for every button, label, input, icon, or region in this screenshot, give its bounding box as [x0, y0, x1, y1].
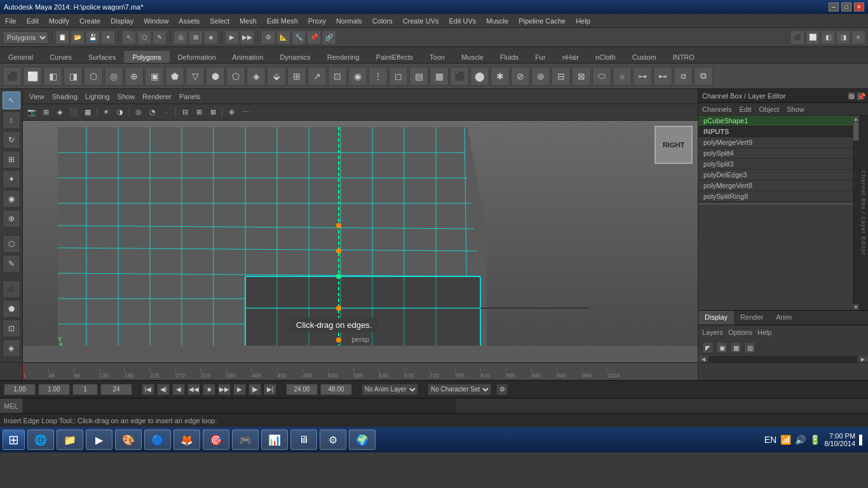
shelf-icon-29[interactable]: ⊠: [572, 67, 591, 86]
shelf-icon-13[interactable]: ◈: [247, 67, 266, 86]
layer-icon-4[interactable]: ▥: [744, 342, 756, 353]
tb-right4-icon[interactable]: ◨: [836, 30, 850, 44]
shelf-icon-28[interactable]: ⊟: [552, 67, 571, 86]
tab-polygons[interactable]: Polygons: [124, 51, 169, 63]
right-scroll-right[interactable]: ▶: [858, 356, 868, 362]
snap-grid[interactable]: ⬛: [3, 280, 20, 298]
input-polysplitring8[interactable]: polySplitRing8: [698, 191, 853, 202]
layer-icon-3[interactable]: ▦: [730, 342, 742, 353]
snap-point[interactable]: ⊡: [3, 320, 20, 337]
playhead[interactable]: [23, 363, 24, 380]
cb-settings-icon[interactable]: ⚙: [848, 92, 855, 100]
rotate-tool[interactable]: ↻: [3, 131, 20, 149]
vi-iso-icon[interactable]: ⋯: [239, 106, 252, 119]
universal-manip[interactable]: ✦: [3, 170, 20, 188]
network-icon[interactable]: 📶: [780, 435, 791, 445]
prev-key-button[interactable]: ◀|: [157, 384, 170, 395]
go-to-end-button[interactable]: ▶|: [264, 384, 276, 395]
battery-icon[interactable]: 🔋: [810, 435, 820, 445]
shelf-icon-20[interactable]: ◻: [389, 67, 408, 86]
vi-smooth-icon[interactable]: ◎: [132, 106, 145, 119]
cb-scrollbar[interactable]: ▼ ▲: [853, 116, 859, 310]
menu-file[interactable]: File: [0, 16, 22, 26]
shelf-icon-27[interactable]: ⊛: [531, 67, 550, 86]
cb-menu-show[interactable]: Show: [783, 104, 808, 114]
cb-menu-channels[interactable]: Channels: [698, 104, 735, 114]
vi-camera-icon[interactable]: 📷: [25, 106, 38, 119]
menu-window[interactable]: Window: [139, 16, 173, 26]
taskbar-app8[interactable]: 📊: [261, 430, 288, 450]
shelf-icon-2[interactable]: ⬜: [23, 67, 42, 86]
tb-select-icon[interactable]: ↖: [122, 30, 136, 44]
tb-snap2-icon[interactable]: ⊞: [189, 30, 203, 44]
rb-tab-render[interactable]: Render: [734, 311, 770, 325]
shelf-icon-7[interactable]: ⊕: [125, 67, 144, 86]
panels-menu[interactable]: Panels: [177, 92, 203, 102]
taskbar-paint[interactable]: 🎨: [115, 430, 142, 450]
menu-normals[interactable]: Normals: [331, 16, 367, 26]
tb-icon-4[interactable]: ✦: [101, 30, 115, 44]
tab-general[interactable]: General: [0, 51, 41, 63]
menu-create-uvs[interactable]: Create UVs: [398, 16, 444, 26]
lighting-menu[interactable]: Lighting: [83, 92, 112, 102]
layer-icon-1[interactable]: ◤: [702, 342, 714, 353]
minimize-button[interactable]: ─: [829, 3, 839, 11]
taskbar-app6[interactable]: 🎯: [203, 430, 229, 450]
shelf-icon-31[interactable]: ⟐: [613, 67, 632, 86]
shelf-icon-23[interactable]: ⬛: [450, 67, 469, 86]
lasso-select[interactable]: ⬡: [3, 235, 20, 253]
play-backward-button[interactable]: ◀◀: [187, 384, 200, 395]
tb-icon-1[interactable]: 📋: [55, 30, 69, 44]
tb-misc5-icon[interactable]: 🔗: [322, 30, 336, 44]
vi-resolution-icon[interactable]: ⊟: [179, 106, 191, 119]
maximize-button[interactable]: □: [841, 3, 851, 11]
menu-edit-uvs[interactable]: Edit UVs: [444, 16, 482, 26]
shelf-icon-8[interactable]: ▣: [145, 67, 164, 86]
show-desktop-icon[interactable]: ▌: [859, 435, 865, 445]
menu-edit[interactable]: Edit: [22, 16, 44, 26]
shelf-icon-6[interactable]: ◎: [104, 67, 123, 86]
vi-texture-icon[interactable]: ▦: [81, 106, 94, 119]
vi-lit-icon[interactable]: ☀: [100, 106, 112, 119]
tab-intro[interactable]: INTRO: [665, 51, 703, 63]
tab-painteffects[interactable]: PaintEffects: [368, 51, 422, 63]
cb-scroll-down[interactable]: ▼: [853, 304, 859, 310]
shelf-icon-25[interactable]: ✱: [491, 67, 510, 86]
playback-end-preview[interactable]: 24: [100, 384, 132, 395]
keyboard-icon[interactable]: EN: [764, 435, 776, 445]
tb-render2-icon[interactable]: ▶▶: [240, 30, 254, 44]
input-polymergevert8[interactable]: polyMergeVert8: [698, 180, 853, 191]
char-set-options-button[interactable]: ⚙: [496, 384, 508, 395]
shelf-icon-10[interactable]: ▽: [186, 67, 205, 86]
tb-misc1-icon[interactable]: ⚙: [261, 30, 275, 44]
stop-button[interactable]: ■: [203, 384, 215, 395]
tab-surfaces[interactable]: Surfaces: [80, 51, 124, 63]
shelf-icon-26[interactable]: ⊘: [511, 67, 530, 86]
menu-create[interactable]: Create: [74, 16, 105, 26]
vi-solid-icon[interactable]: ⬛: [67, 106, 80, 119]
tb-channel-icon[interactable]: ≡: [851, 30, 865, 44]
taskbar-app11[interactable]: 🌍: [349, 430, 376, 450]
taskbar-chrome[interactable]: 🔵: [144, 430, 171, 450]
menu-display[interactable]: Display: [105, 16, 139, 26]
shelf-icon-33[interactable]: ⊷: [653, 67, 672, 86]
tab-rendering[interactable]: Rendering: [319, 51, 368, 63]
menu-muscle[interactable]: Muscle: [481, 16, 513, 26]
go-to-start-button[interactable]: |◀: [142, 384, 154, 395]
shelf-icon-11[interactable]: ⬢: [206, 67, 225, 86]
show-menu[interactable]: Show: [115, 92, 138, 102]
shelf-icon-1[interactable]: ⬛: [3, 67, 22, 86]
taskbar-app9[interactable]: 🖥: [290, 430, 317, 450]
vi-res2-icon[interactable]: ⊞: [193, 106, 205, 119]
menu-modify[interactable]: Modify: [44, 16, 74, 26]
canvas-area[interactable]: X Y Click-drag on edges. RIGHT persp: [23, 121, 698, 346]
tb-icon-2[interactable]: 📂: [71, 30, 85, 44]
shelf-icon-12[interactable]: ⬠: [226, 67, 245, 86]
menu-select[interactable]: Select: [205, 16, 234, 26]
tab-curves[interactable]: Curves: [41, 51, 80, 63]
taskbar-ie[interactable]: 🌐: [27, 430, 54, 450]
tab-animation[interactable]: Animation: [224, 51, 272, 63]
timeline-ruler[interactable]: 1 45 90 135 180 225 270 315 360 405 450 …: [23, 363, 698, 380]
character-set-select[interactable]: No Character Set: [428, 384, 491, 395]
soft-mod[interactable]: ◉: [3, 190, 20, 208]
